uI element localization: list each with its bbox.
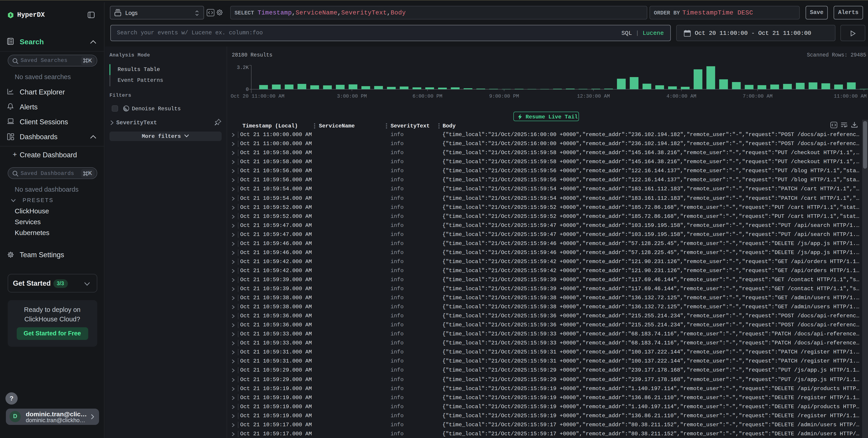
svg-text:9:00:00 PM: 9:00:00 PM xyxy=(489,94,519,99)
svg-text:3.2K: 3.2K xyxy=(237,65,249,70)
svg-text:0: 0 xyxy=(246,87,249,93)
svg-text:12:30:00 AM: 12:30:00 AM xyxy=(577,94,610,99)
svg-text:4:00:00 AM: 4:00:00 AM xyxy=(666,94,696,99)
svg-text:11:00:00 AM: 11:00:00 AM xyxy=(834,94,867,99)
svg-text:3:00:00 PM: 3:00:00 PM xyxy=(337,94,367,99)
svg-text:6:00:00 PM: 6:00:00 PM xyxy=(412,94,442,99)
svg-text:Oct 20 11:00:00 AM: Oct 20 11:00:00 AM xyxy=(231,94,284,99)
svg-text:7:00:00 AM: 7:00:00 AM xyxy=(743,94,773,99)
